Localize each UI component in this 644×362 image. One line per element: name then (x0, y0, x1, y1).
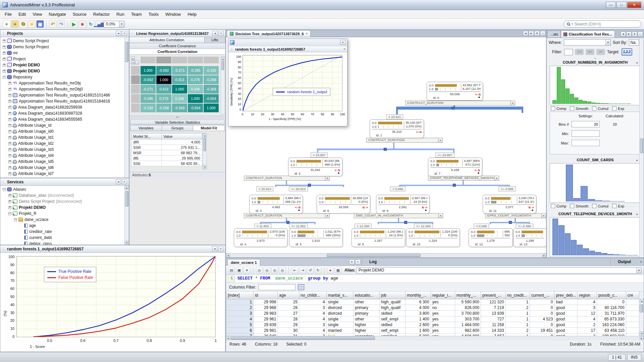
tree-node-5[interactable]: 0.01,011 (67%) 1.0499 (33%) 1,510 id: 5 (289, 228, 343, 247)
collapse-icon[interactable]: − (8, 212, 11, 215)
nav-left-icon[interactable]: ◄ (131, 61, 135, 64)
undo-icon[interactable]: ↶ (49, 20, 57, 28)
matrix-cell[interactable]: 0.106 (188, 85, 203, 94)
tree-item[interactable]: +Projekt DEMO (1, 62, 124, 68)
column-header[interactable]: region (578, 292, 597, 299)
column-header[interactable]: possib_c... (597, 292, 626, 299)
menu-view[interactable]: View (29, 11, 45, 18)
tab-stats[interactable]: ...ats (547, 31, 561, 38)
tree-item[interactable]: debtor_class (1, 241, 124, 245)
tab-dane-uczace[interactable]: dane_uczace 1 (227, 259, 260, 266)
right-panel-scrollbar[interactable] (639, 38, 644, 257)
matrix-row-header[interactable] (131, 94, 140, 103)
matrix-col-header[interactable] (204, 57, 219, 63)
expand-icon[interactable]: + (8, 130, 11, 133)
column-header[interactable]: id (254, 292, 278, 299)
menu-run[interactable]: Run (113, 11, 128, 18)
expand-icon[interactable]: + (8, 194, 11, 197)
save-icon[interactable]: ▣ (236, 267, 243, 274)
expand-icon[interactable]: + (8, 142, 11, 145)
menu-file[interactable]: File (1, 11, 15, 18)
save-all-icon[interactable]: ▣ (36, 20, 44, 28)
tree-item[interactable]: +Attribute Usage_Id7 (1, 171, 124, 177)
matrix-cell[interactable]: -0.192 (141, 104, 156, 112)
sql-query[interactable]: SELECT * FROM `dane_uczace` group by age (235, 275, 338, 283)
find-icon[interactable]: ◎ (256, 267, 263, 274)
tree-node-8[interactable]: 0.02,567 (99.1%) 1.024 (0.9%) 2,591N -> … (376, 195, 430, 214)
menu-window[interactable]: Window (162, 11, 184, 18)
filter-input[interactable] (564, 49, 573, 55)
table-row[interactable]: 329 983274divircedprimaryskilled3 800yes… (226, 310, 644, 316)
matrix-cell[interactable]: -0.369 (172, 104, 187, 112)
tree-node-6[interactable]: 0.026,559 (100%) 1.00 (0%) 26,559N -> id… (317, 195, 370, 214)
matrix-cell[interactable]: 0.279 (156, 94, 171, 103)
matrix-cell[interactable]: 1.000 (141, 66, 156, 75)
expand-icon[interactable]: + (8, 160, 11, 163)
stop-icon[interactable]: ■ (78, 20, 86, 28)
split-attribute-dropdown[interactable]: GPRS_COUNT_AVG1MONTH▾ (485, 213, 546, 218)
column-header[interactable]: no_childr... (299, 292, 327, 299)
matrix-cell[interactable]: -0.285 (141, 94, 156, 103)
menu-team[interactable]: Team (128, 11, 145, 18)
expand-icon[interactable]: + (3, 64, 6, 67)
checkbox-smooth[interactable] (570, 106, 574, 111)
expand-triangle-icon[interactable]: ▲ (337, 171, 340, 174)
output-pane-title[interactable]: Output (618, 259, 631, 264)
string-type-icon[interactable]: str (596, 49, 605, 55)
expand-icon[interactable]: + (3, 40, 6, 43)
tree-node-0[interactable]: 0.043,852 (87.7%) 1.06,157 (12.3%) 50,00… (427, 82, 483, 101)
matrix-cell[interactable]: -0.285 (188, 66, 203, 75)
close-icon[interactable]: × (122, 31, 127, 36)
minimize-button[interactable]: — (606, 2, 616, 8)
split-attribute-dropdown[interactable]: COUNT_TELEPHONE_DEVICES_1MONTH▾ (428, 176, 499, 181)
expand-triangle-icon[interactable]: ▲ (477, 171, 480, 174)
alpha-type-icon[interactable]: abc (586, 49, 594, 55)
checkbox-cumul[interactable] (592, 204, 596, 208)
matrix-cell[interactable]: -0.369 (204, 85, 219, 94)
tab-variables[interactable]: Variables (130, 125, 162, 131)
export-db-icon[interactable]: ≡ (28, 20, 36, 28)
tree-item[interactable]: +ϟϟApproximation Test Results_mrObj0 (1, 86, 124, 92)
linreg-panel-header[interactable]: ⋮ Linear Regression_output1416913138437 … (129, 30, 225, 37)
matrix-cell[interactable]: -0.692 (141, 75, 156, 84)
expand-icon[interactable]: + (8, 82, 11, 85)
expand-icon[interactable]: + (3, 46, 6, 49)
tree-item[interactable]: +Project (1, 56, 124, 62)
tree-item[interactable]: +Attribute Usage_Id4 (1, 153, 124, 159)
tree-item[interactable]: +Area Diagram_data1416828259938 (1, 104, 124, 110)
roc-floating-window[interactable]: × ⋮ random forests 1_output1416992726857… (228, 39, 347, 126)
where-combo[interactable]: ▾ (564, 39, 611, 46)
projects-panel-header[interactable]: ⋮ Projects ◂ × (0, 30, 129, 37)
matrix-cell[interactable]: -0.268 (204, 75, 219, 84)
collapse-icon[interactable]: ▴ (636, 157, 638, 163)
tree-item[interactable]: −Aliases (1, 186, 124, 192)
expand-icon[interactable]: + (8, 100, 11, 103)
close-icon[interactable]: × (306, 32, 308, 36)
new-project-icon[interactable]: + (11, 20, 19, 28)
column-header[interactable]: monthly_... (455, 292, 481, 299)
tree-item[interactable]: +Attribute Usage_Id2 (1, 140, 124, 146)
matrix-row-header[interactable] (131, 104, 140, 112)
collapse-icon[interactable]: − (3, 188, 6, 191)
tree-item[interactable]: −Repository (1, 74, 124, 80)
expand-icon[interactable]: + (3, 52, 6, 55)
collapse-icon[interactable]: − (3, 76, 6, 79)
new-file-icon[interactable]: + (3, 20, 10, 28)
log-pane-title[interactable]: Log (369, 259, 377, 264)
matrix-col-header[interactable] (188, 57, 203, 63)
tree-node-3[interactable]: 0.03,984 (88.9%) 1.0499 (11.1%) 4,483<- … (249, 195, 303, 214)
shift-right-icon[interactable]: ⇥ (299, 267, 306, 274)
tab-lifts[interactable]: Lifts (205, 37, 225, 43)
table-row[interactable]: 429 961284singleotherself_empl1 400yes30… (226, 316, 644, 322)
redo-icon[interactable]: ↷ (57, 20, 65, 28)
column-header[interactable]: present_... (481, 292, 506, 299)
scroll-right-icon[interactable]: ► (626, 32, 632, 37)
matrix-cell[interactable]: -0.271 (141, 85, 156, 94)
table-vertical-scrollbar[interactable]: ▲ ▼ (639, 292, 644, 336)
tab-model-fit[interactable]: Model Fit (193, 125, 225, 131)
maximize-pane-icon[interactable]: □ (540, 31, 545, 36)
data-table[interactable]: [index]idageno_childr...marital_s...educ… (226, 292, 644, 336)
table-row[interactable]: 729 949313Nullsecondaryunskilled5 000yes… (226, 333, 644, 336)
close-icon[interactable]: × (343, 47, 345, 51)
split-attribute-dropdown[interactable]: SMS_COUNT_IN_AVG1MONTH▾ (354, 213, 443, 218)
